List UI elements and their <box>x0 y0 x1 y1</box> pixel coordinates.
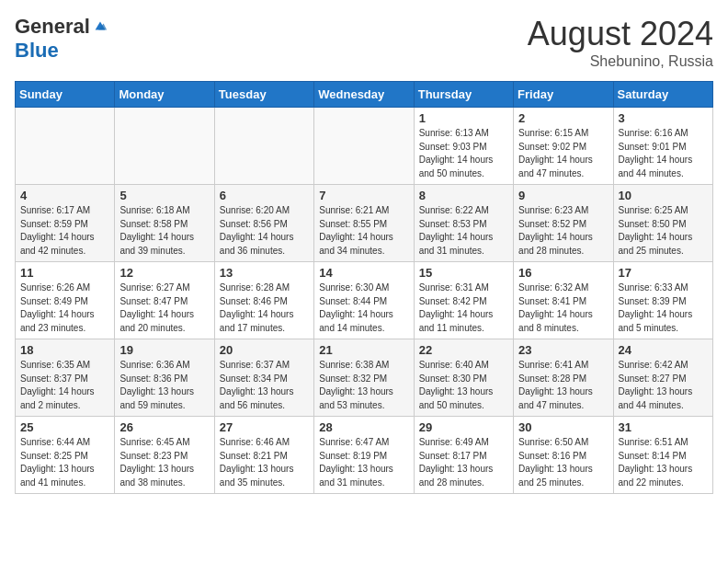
calendar-cell: 26Sunrise: 6:45 AM Sunset: 8:23 PM Dayli… <box>115 417 214 494</box>
logo: General Blue <box>15 15 108 63</box>
day-info: Sunrise: 6:37 AM Sunset: 8:34 PM Dayligh… <box>220 359 309 412</box>
day-info: Sunrise: 6:21 AM Sunset: 8:55 PM Dayligh… <box>319 204 408 258</box>
day-number: 31 <box>619 420 708 434</box>
day-info: Sunrise: 6:45 AM Sunset: 8:23 PM Dayligh… <box>119 436 209 489</box>
day-info: Sunrise: 6:42 AM Sunset: 8:27 PM Dayligh… <box>619 359 708 412</box>
day-number: 8 <box>419 189 508 202</box>
day-number: 25 <box>20 420 109 434</box>
day-info: Sunrise: 6:17 AM Sunset: 8:59 PM Dayligh… <box>20 204 109 258</box>
day-info: Sunrise: 6:49 AM Sunset: 8:17 PM Dayligh… <box>419 436 508 489</box>
day-number: 3 <box>619 111 708 125</box>
calendar-cell: 22Sunrise: 6:40 AM Sunset: 8:30 PM Dayli… <box>414 339 513 417</box>
calendar-table: SundayMondayTuesdayWednesdayThursdayFrid… <box>15 81 713 494</box>
calendar-cell: 3Sunrise: 6:16 AM Sunset: 9:01 PM Daylig… <box>613 108 712 185</box>
calendar-week-row: 18Sunrise: 6:35 AM Sunset: 8:37 PM Dayli… <box>16 339 713 417</box>
day-number: 23 <box>518 343 608 357</box>
day-number: 20 <box>220 343 309 357</box>
day-info: Sunrise: 6:26 AM Sunset: 8:49 PM Dayligh… <box>20 282 109 335</box>
calendar-cell: 9Sunrise: 6:23 AM Sunset: 8:52 PM Daylig… <box>514 185 613 262</box>
day-number: 19 <box>119 343 209 357</box>
title-area: August 2024 Shebunino, Russia <box>528 15 713 70</box>
day-info: Sunrise: 6:15 AM Sunset: 9:02 PM Dayligh… <box>518 127 608 180</box>
day-number: 18 <box>20 343 109 357</box>
calendar-cell: 14Sunrise: 6:30 AM Sunset: 8:44 PM Dayli… <box>314 262 414 339</box>
calendar-cell <box>214 108 313 185</box>
calendar-cell: 17Sunrise: 6:33 AM Sunset: 8:39 PM Dayli… <box>613 262 712 339</box>
day-number: 12 <box>119 266 209 280</box>
logo-icon <box>92 18 108 35</box>
calendar-cell <box>115 108 214 185</box>
weekday-header: Friday <box>514 82 613 108</box>
weekday-header: Tuesday <box>214 82 313 108</box>
day-number: 30 <box>518 420 608 434</box>
day-info: Sunrise: 6:23 AM Sunset: 8:52 PM Dayligh… <box>518 204 608 258</box>
day-info: Sunrise: 6:36 AM Sunset: 8:36 PM Dayligh… <box>119 359 209 412</box>
weekday-header: Saturday <box>613 82 712 108</box>
logo-blue-text: Blue <box>15 39 59 63</box>
calendar-week-row: 1Sunrise: 6:13 AM Sunset: 9:03 PM Daylig… <box>16 108 713 185</box>
day-info: Sunrise: 6:18 AM Sunset: 8:58 PM Dayligh… <box>119 204 209 258</box>
weekday-header: Wednesday <box>314 82 414 108</box>
day-info: Sunrise: 6:46 AM Sunset: 8:21 PM Dayligh… <box>220 436 309 489</box>
day-number: 26 <box>119 420 209 434</box>
day-number: 17 <box>619 266 708 280</box>
calendar-cell: 11Sunrise: 6:26 AM Sunset: 8:49 PM Dayli… <box>16 262 115 339</box>
day-number: 28 <box>319 420 408 434</box>
calendar-cell: 27Sunrise: 6:46 AM Sunset: 8:21 PM Dayli… <box>214 417 313 494</box>
day-info: Sunrise: 6:13 AM Sunset: 9:03 PM Dayligh… <box>419 127 508 180</box>
day-number: 14 <box>319 266 408 280</box>
calendar-cell: 13Sunrise: 6:28 AM Sunset: 8:46 PM Dayli… <box>214 262 313 339</box>
calendar-cell: 15Sunrise: 6:31 AM Sunset: 8:42 PM Dayli… <box>414 262 513 339</box>
weekday-header: Sunday <box>16 82 115 108</box>
day-number: 11 <box>20 266 109 280</box>
day-info: Sunrise: 6:50 AM Sunset: 8:16 PM Dayligh… <box>518 436 608 489</box>
weekday-header: Monday <box>115 82 214 108</box>
day-number: 9 <box>518 189 608 202</box>
calendar-week-row: 11Sunrise: 6:26 AM Sunset: 8:49 PM Dayli… <box>16 262 713 339</box>
calendar-cell: 8Sunrise: 6:22 AM Sunset: 8:53 PM Daylig… <box>414 185 513 262</box>
calendar-cell: 2Sunrise: 6:15 AM Sunset: 9:02 PM Daylig… <box>514 108 613 185</box>
day-number: 5 <box>119 189 209 202</box>
day-info: Sunrise: 6:35 AM Sunset: 8:37 PM Dayligh… <box>20 359 109 412</box>
page-header: General Blue August 2024 Shebunino, Russ… <box>15 15 713 70</box>
day-number: 29 <box>419 420 508 434</box>
calendar-cell: 10Sunrise: 6:25 AM Sunset: 8:50 PM Dayli… <box>613 185 712 262</box>
calendar-cell: 21Sunrise: 6:38 AM Sunset: 8:32 PM Dayli… <box>314 339 414 417</box>
day-number: 4 <box>20 189 109 202</box>
day-info: Sunrise: 6:44 AM Sunset: 8:25 PM Dayligh… <box>20 436 109 489</box>
calendar-cell: 7Sunrise: 6:21 AM Sunset: 8:55 PM Daylig… <box>314 185 414 262</box>
day-info: Sunrise: 6:40 AM Sunset: 8:30 PM Dayligh… <box>419 359 508 412</box>
calendar-cell: 5Sunrise: 6:18 AM Sunset: 8:58 PM Daylig… <box>115 185 214 262</box>
calendar-cell: 18Sunrise: 6:35 AM Sunset: 8:37 PM Dayli… <box>16 339 115 417</box>
day-info: Sunrise: 6:41 AM Sunset: 8:28 PM Dayligh… <box>518 359 608 412</box>
calendar-cell: 16Sunrise: 6:32 AM Sunset: 8:41 PM Dayli… <box>514 262 613 339</box>
day-info: Sunrise: 6:33 AM Sunset: 8:39 PM Dayligh… <box>619 282 708 335</box>
day-number: 22 <box>419 343 508 357</box>
day-info: Sunrise: 6:31 AM Sunset: 8:42 PM Dayligh… <box>419 282 508 335</box>
day-number: 7 <box>319 189 408 202</box>
calendar-cell: 29Sunrise: 6:49 AM Sunset: 8:17 PM Dayli… <box>414 417 513 494</box>
day-number: 6 <box>220 189 309 202</box>
day-number: 16 <box>518 266 608 280</box>
day-info: Sunrise: 6:22 AM Sunset: 8:53 PM Dayligh… <box>419 204 508 258</box>
day-info: Sunrise: 6:47 AM Sunset: 8:19 PM Dayligh… <box>319 436 408 489</box>
day-number: 15 <box>419 266 508 280</box>
day-info: Sunrise: 6:30 AM Sunset: 8:44 PM Dayligh… <box>319 282 408 335</box>
day-info: Sunrise: 6:25 AM Sunset: 8:50 PM Dayligh… <box>619 204 708 258</box>
calendar-cell: 20Sunrise: 6:37 AM Sunset: 8:34 PM Dayli… <box>214 339 313 417</box>
calendar-cell: 28Sunrise: 6:47 AM Sunset: 8:19 PM Dayli… <box>314 417 414 494</box>
weekday-header: Thursday <box>414 82 513 108</box>
day-number: 2 <box>518 111 608 125</box>
calendar-header-row: SundayMondayTuesdayWednesdayThursdayFrid… <box>16 82 713 108</box>
day-info: Sunrise: 6:51 AM Sunset: 8:14 PM Dayligh… <box>619 436 708 489</box>
calendar-cell: 12Sunrise: 6:27 AM Sunset: 8:47 PM Dayli… <box>115 262 214 339</box>
day-number: 1 <box>419 111 508 125</box>
day-info: Sunrise: 6:16 AM Sunset: 9:01 PM Dayligh… <box>619 127 708 180</box>
month-title: August 2024 <box>528 15 713 53</box>
calendar-cell: 1Sunrise: 6:13 AM Sunset: 9:03 PM Daylig… <box>414 108 513 185</box>
day-number: 10 <box>619 189 708 202</box>
calendar-cell: 31Sunrise: 6:51 AM Sunset: 8:14 PM Dayli… <box>613 417 712 494</box>
calendar-cell: 4Sunrise: 6:17 AM Sunset: 8:59 PM Daylig… <box>16 185 115 262</box>
calendar-cell: 23Sunrise: 6:41 AM Sunset: 8:28 PM Dayli… <box>514 339 613 417</box>
day-number: 27 <box>220 420 309 434</box>
